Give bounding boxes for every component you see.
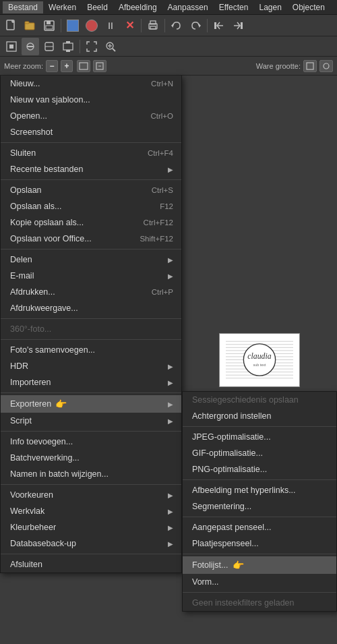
zoom-actual-button[interactable]	[102, 38, 119, 55]
menu-lagen[interactable]: Lagen	[253, 1, 286, 13]
submenu-plaatjes[interactable]: Plaatjespenseel...	[183, 535, 336, 552]
share-right-button[interactable]	[229, 17, 247, 34]
zoom-actual-icon[interactable]	[93, 60, 106, 72]
sep-after-database	[1, 554, 181, 554]
sub-sep3	[183, 517, 336, 517]
sep-after-importeren	[1, 392, 181, 393]
menu-item-openen[interactable]: Openen... Ctrl+O	[1, 108, 181, 124]
color-blue-button[interactable]	[64, 17, 82, 34]
menu-effecten[interactable]: Effecten	[214, 1, 254, 13]
zoom-in-button[interactable]: +	[61, 60, 73, 72]
menu-item-exporteren[interactable]: Exporteren 👉 ▶	[1, 395, 181, 413]
pause-button[interactable]: ⏸	[102, 17, 119, 34]
toolbar-secondary	[0, 36, 337, 57]
undo-button[interactable]	[168, 17, 185, 34]
submenu-vorm[interactable]: Vorm...	[183, 574, 336, 590]
sep2	[141, 19, 142, 32]
menu-item-opslaan[interactable]: Opslaan Ctrl+S	[1, 182, 181, 198]
menu-item-info[interactable]: Info toevoegen...	[1, 434, 181, 450]
menu-item-nieuw[interactable]: Nieuw... Ctrl+N	[1, 76, 181, 92]
menu-item-kopie[interactable]: Kopie opslaan als... Ctrl+F12	[1, 214, 181, 231]
new-button[interactable]	[3, 17, 20, 34]
submenu-segmentering[interactable]: Segmentering...	[183, 498, 336, 515]
share-left-button[interactable]	[210, 17, 228, 34]
menu-beeld[interactable]: Beeld	[82, 1, 113, 13]
arrow-werkvlak: ▶	[168, 508, 173, 515]
arrow-exporteren: ▶	[168, 401, 173, 408]
toolbar-main: ⏸ ✕	[0, 15, 337, 36]
svg-rect-10	[150, 26, 156, 29]
submenu-sessie: Sessiegeschiedenis opslaan	[183, 392, 336, 408]
bestand-dropdown: Nieuw... Ctrl+N Nieuw van sjabloon... Op…	[0, 76, 182, 573]
zoom-true-icon2[interactable]	[319, 60, 333, 72]
menu-item-importeren[interactable]: Importeren ▶	[1, 374, 181, 390]
zoom-fit-button[interactable]	[83, 38, 100, 55]
menu-item-fotos[interactable]: Foto's samenvoegen...	[1, 342, 181, 358]
sep-after-namen	[1, 484, 181, 485]
menu-item-namen[interactable]: Namen in batch wijzigen...	[1, 466, 181, 482]
menu-item-kleurbeheer[interactable]: Kleurbeheer ▶	[1, 519, 181, 535]
logo-svg: claudia sub text	[226, 338, 293, 382]
arrow-kleurbeheer: ▶	[168, 524, 173, 531]
sep1	[61, 19, 61, 32]
menu-item-werkvlak[interactable]: Werkvlak ▶	[1, 503, 181, 519]
svg-rect-14	[241, 22, 243, 29]
svg-rect-6	[47, 21, 51, 24]
menu-item-database[interactable]: Databaseback-up ▶	[1, 535, 181, 552]
zoom-bar: Meer zoom: − + Ware grootte:	[0, 57, 337, 76]
print-button[interactable]	[144, 17, 162, 34]
zoom-out-button[interactable]: −	[46, 60, 58, 72]
submenu-aangepast[interactable]: Aangepast penseel...	[183, 519, 336, 535]
submenu-achtergrond[interactable]: Achtergrond instellen	[183, 408, 336, 424]
menu-item-delen[interactable]: Delen ▶	[1, 252, 181, 268]
record-indicator	[86, 20, 98, 32]
tool3-button[interactable]	[40, 38, 58, 55]
menu-item-opslaan-office[interactable]: Opslaan voor Office... Shift+F12	[1, 231, 181, 247]
canvas-image: claudia sub text	[219, 333, 300, 387]
menu-item-script[interactable]: Script ▶	[1, 413, 181, 429]
submenu-fotolijst[interactable]: Fotolijst... 👉	[183, 556, 336, 574]
svg-point-32	[324, 63, 329, 69]
svg-rect-13	[214, 22, 216, 29]
tool1-button[interactable]	[3, 38, 20, 55]
sub-sep4	[183, 554, 336, 554]
submenu-gif[interactable]: GIF-optimalisatie...	[183, 445, 336, 461]
menu-item-recente[interactable]: Recente bestanden ▶	[1, 161, 181, 177]
menu-item-afdrukweergave[interactable]: Afdrukweergave...	[1, 300, 181, 316]
tool2-button[interactable]	[22, 38, 39, 55]
sep-after-afdruk	[1, 318, 181, 319]
submenu-jpeg[interactable]: JPEG-optimalisatie...	[183, 429, 336, 445]
redo-button[interactable]	[187, 17, 204, 34]
zoom-true-label: Ware grootte:	[256, 62, 301, 70]
menu-afbeelding[interactable]: Afbeelding	[113, 1, 162, 13]
menu-werken[interactable]: Werken	[43, 1, 82, 13]
sep-after-script	[1, 431, 181, 432]
menu-item-screenshot[interactable]: Screenshot	[1, 124, 181, 140]
svg-rect-16	[9, 45, 13, 49]
sub-sep1	[183, 426, 336, 427]
zoom-fit-icon[interactable]	[77, 60, 90, 72]
sep-after-recente	[1, 179, 181, 180]
menu-item-afdrukken[interactable]: Afdrukken... Ctrl+P	[1, 284, 181, 300]
menu-item-batch[interactable]: Batchverwerking...	[1, 450, 181, 466]
zoom-true-icon1[interactable]	[303, 60, 317, 72]
menu-bestand[interactable]: Bestand	[3, 1, 43, 13]
open-button[interactable]	[22, 17, 39, 34]
record-button[interactable]	[83, 17, 100, 34]
menu-item-hdr[interactable]: HDR ▶	[1, 358, 181, 374]
tool4-button[interactable]	[59, 38, 77, 55]
save-button[interactable]	[40, 17, 58, 34]
menu-item-email[interactable]: E-mail ▶	[1, 268, 181, 284]
menu-item-opslaan-als[interactable]: Opslaan als... F12	[1, 198, 181, 214]
svg-text:sub text: sub text	[253, 363, 266, 367]
menu-item-nieuw-sjabloon[interactable]: Nieuw van sjabloon...	[1, 92, 181, 108]
menu-aanpassen[interactable]: Aanpassen	[162, 1, 214, 13]
menu-item-sluiten[interactable]: Sluiten Ctrl+F4	[1, 145, 181, 161]
menu-item-afsluiten[interactable]: Afsluiten	[1, 556, 181, 573]
close-button[interactable]: ✕	[121, 17, 138, 34]
submenu-png[interactable]: PNG-optimalisatie...	[183, 461, 336, 477]
submenu-hyperlinks[interactable]: Afbeelding met hyperlinks...	[183, 482, 336, 498]
menu-objecten[interactable]: Objecten	[287, 1, 330, 13]
cursor-fotolijst: 👉	[233, 560, 244, 570]
menu-item-voorkeuren[interactable]: Voorkeuren ▶	[1, 487, 181, 503]
